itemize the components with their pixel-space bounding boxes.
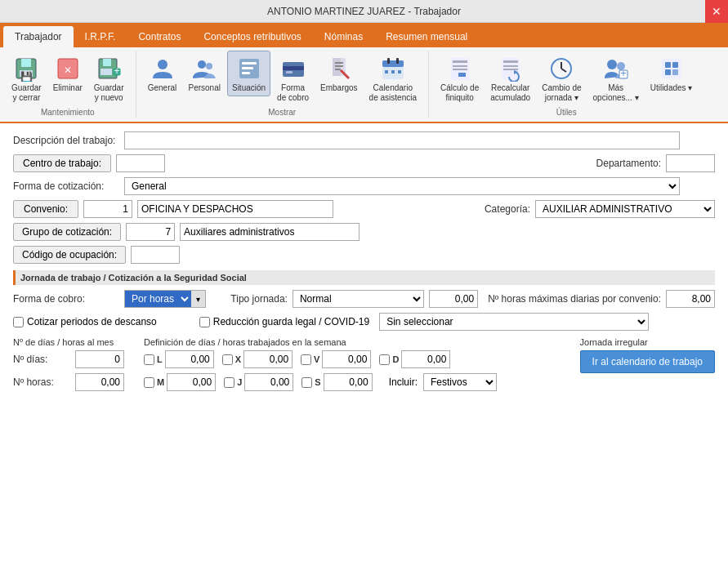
day-J-input[interactable] [244, 373, 293, 391]
centro-trabajo-button[interactable]: Centro de trabajo: [13, 154, 111, 172]
n-horas-input[interactable] [75, 373, 124, 391]
svg-rect-51 [665, 62, 671, 68]
codigo-ocupacion-input[interactable] [131, 246, 180, 264]
n-dias-input[interactable] [75, 350, 124, 368]
tab-nominas[interactable]: Nóminas [313, 26, 374, 47]
svg-rect-15 [242, 62, 257, 65]
horas-maximas-label: Nº horas máximas diarias por convenio: [488, 293, 661, 305]
forma-cobro-icon [279, 54, 308, 83]
forma-cobro-arrow[interactable]: ▾ [191, 290, 206, 308]
day-L-input[interactable] [165, 350, 214, 368]
title-text: ANTONIO MARTINEZ JUAREZ - Trabajador [267, 6, 461, 17]
guardar-cerrar-button[interactable]: 💾 Guardary cerrar [7, 51, 47, 106]
embargos-label: Embargos [320, 83, 358, 93]
day-D-input[interactable] [401, 350, 450, 368]
close-button[interactable]: ✕ [705, 0, 728, 23]
eliminar-button[interactable]: ✕ Eliminar [48, 51, 87, 96]
forma-cotizacion-select[interactable]: General [124, 177, 680, 195]
grupo-cotizacion-num[interactable] [126, 223, 175, 241]
tab-trabajador[interactable]: Trabajador [3, 26, 74, 47]
personal-button[interactable]: Personal [184, 51, 226, 96]
grupo-cotizacion-name[interactable] [180, 223, 360, 241]
descripcion-input[interactable] [124, 131, 680, 149]
day-L-check[interactable] [144, 354, 154, 365]
svg-rect-1 [21, 59, 31, 67]
definicion-title: Definición de días / horas trabajados en… [144, 337, 564, 347]
situacion-button[interactable]: Situación [227, 51, 270, 96]
svg-rect-25 [335, 69, 341, 70]
cambio-jornada-label: Cambio dejornada ▾ [542, 83, 581, 103]
tab-bar: Trabajador I.R.P.F. Contratos Conceptos … [0, 23, 728, 47]
tab-contratos[interactable]: Contratos [127, 26, 192, 47]
tab-resumen[interactable]: Resumen mensual [374, 26, 479, 47]
n-horas-row: Nº horas: [13, 373, 127, 391]
forma-cobro-button[interactable]: Formade cobro [272, 51, 314, 106]
day-X-input[interactable] [243, 350, 293, 368]
svg-rect-30 [385, 70, 388, 73]
day-M-label: M [157, 377, 164, 387]
calculo-finiquito-label: Cálculo definiquito [440, 83, 479, 103]
day-D-label: D [392, 354, 399, 364]
calendario-button[interactable]: Calendariode asistencia [364, 51, 422, 106]
svg-text:+: + [620, 68, 626, 79]
personal-label: Personal [189, 83, 221, 93]
cambio-jornada-icon [547, 54, 576, 83]
tab-irpf[interactable]: I.R.P.F. [74, 26, 127, 47]
svg-rect-24 [335, 65, 343, 67]
day-M-input[interactable] [167, 373, 216, 391]
reduccion-guarda-checkbox-label[interactable]: Reducción guarda legal / COVID-19 [199, 316, 369, 327]
reduccion-guarda-select[interactable]: Sin seleccionar [379, 313, 649, 331]
day-J: J [224, 373, 293, 391]
day-S-check[interactable] [301, 377, 312, 388]
codigo-ocupacion-button[interactable]: Código de ocupación: [13, 246, 126, 264]
grupo-cotizacion-button[interactable]: Grupo de cotización: [13, 223, 121, 241]
forma-cobro-label: Forma de cobro: [13, 293, 119, 305]
reduccion-guarda-checkbox[interactable] [199, 317, 210, 327]
incluir-select[interactable]: Festivos No incluir Todos [423, 373, 497, 391]
reduccion-guarda-text: Reducción guarda legal / COVID-19 [213, 316, 369, 327]
convenio-name-input[interactable] [137, 200, 333, 218]
svg-rect-52 [672, 62, 678, 68]
recalcular-label: Recalcularacumulado [490, 83, 530, 103]
tipo-jornada-value[interactable] [429, 290, 478, 308]
ir-calendario-button[interactable]: Ir al calendario de trabajo [580, 350, 715, 373]
day-M-check[interactable] [144, 377, 154, 388]
cotizar-periodos-checkbox-label[interactable]: Cotizar periodos de descanso [13, 316, 157, 327]
jornada-section-header: Jornada de trabajo / Cotización a la Seg… [13, 270, 715, 285]
day-J-label: J [237, 377, 242, 387]
utilidades-button[interactable]: Utilidades ▾ [645, 51, 698, 96]
convenio-button[interactable]: Convenio: [13, 200, 78, 218]
day-X-check[interactable] [222, 354, 233, 365]
svg-rect-8 [100, 69, 112, 75]
categoria-select[interactable]: AUXILIAR ADMINISTRATIVO [535, 200, 715, 218]
days-row-1: L X V D [144, 350, 564, 368]
definicion-group: Definición de días / horas trabajados en… [144, 337, 564, 391]
grupo-cotizacion-row: Grupo de cotización: [13, 223, 715, 241]
cotizar-periodos-checkbox[interactable] [13, 317, 24, 327]
day-J-check[interactable] [224, 377, 234, 388]
horas-maximas-input[interactable] [666, 290, 715, 308]
departamento-input[interactable]: 0 [666, 154, 715, 172]
cambio-jornada-button[interactable]: Cambio dejornada ▾ [537, 51, 586, 106]
embargos-button[interactable]: Embargos [315, 51, 363, 96]
tab-conceptos[interactable]: Conceptos retributivos [192, 26, 312, 47]
tipo-jornada-select[interactable]: Normal Parcial Completa [293, 290, 424, 308]
convenio-num-input[interactable] [83, 200, 132, 218]
recalcular-button[interactable]: Recalcularacumulado [485, 51, 535, 106]
day-V-input[interactable] [322, 350, 371, 368]
svg-rect-39 [503, 60, 518, 63]
personal-icon [190, 54, 219, 83]
incluir-item: Incluir: Festivos No incluir Todos [389, 373, 497, 391]
day-V-check[interactable] [301, 354, 311, 365]
calculo-finiquito-button[interactable]: Cálculo definiquito [435, 51, 484, 106]
guardar-nuevo-button[interactable]: + Guardary nuevo [89, 51, 129, 106]
forma-cobro-select[interactable]: Por horas Mensual Diario [124, 290, 191, 308]
delete-icon: ✕ [53, 54, 83, 83]
mas-opciones-button[interactable]: + Másopciones... ▾ [588, 51, 644, 106]
general-button[interactable]: General [143, 51, 182, 96]
eliminar-label: Eliminar [53, 83, 83, 93]
day-L-label: L [157, 354, 163, 364]
centro-trabajo-input[interactable]: 0 [116, 154, 165, 172]
day-D-check[interactable] [379, 354, 390, 365]
day-S-input[interactable] [324, 373, 373, 391]
